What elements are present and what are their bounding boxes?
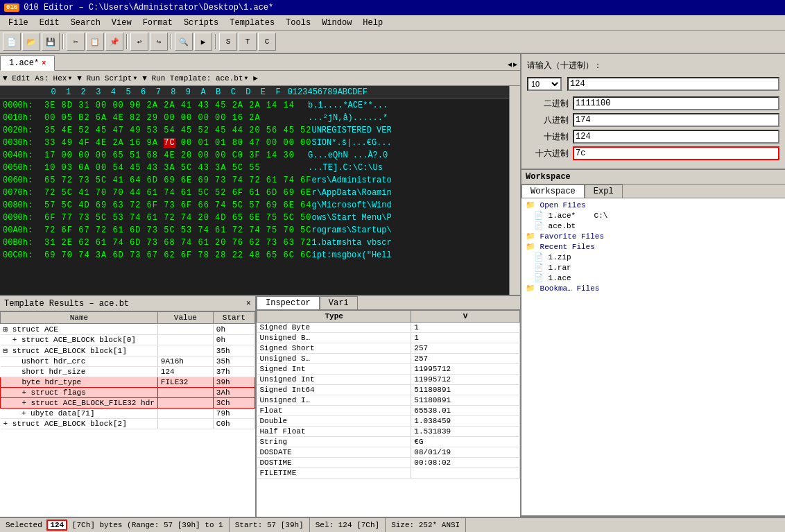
play-icon: ▶ <box>253 74 258 83</box>
hex-row: 0020h: 35 4E 52 45 47 49 53 54 45 52 45 … <box>0 124 509 137</box>
table-row[interactable]: + struct ACE_BLOCK block[0] 0h 35h Fg: B… <box>1 335 256 345</box>
menu-help[interactable]: Help <box>357 17 388 29</box>
table-row[interactable]: ⊞ struct ACE 0h 0h Fg: Bg: <box>1 324 256 335</box>
hex-scrollbar[interactable] <box>509 86 520 295</box>
hex-row: 0040h: 17 00 00 00 65 51 68 4E 20 00 00 … <box>0 149 509 162</box>
inspector-content[interactable]: Type V Signed Byte1 Unsigned B…1 Signed … <box>257 310 520 517</box>
tab-next-icon[interactable]: ▶ <box>513 60 517 69</box>
menu-scripts[interactable]: Scripts <box>178 17 224 29</box>
file-tab[interactable]: 1.ace* × <box>0 55 55 71</box>
hex-row: 0080h: 57 5C 4D 69 63 72 6F 73 6F 66 74 … <box>0 199 509 212</box>
sel-text: Sel: 124 [7Ch] <box>316 521 379 529</box>
binary-row: 二进制 <box>527 96 779 110</box>
app-icon: 010 <box>4 3 19 12</box>
template-panel: Template Results – ace.bt × Name Value S… <box>0 296 257 517</box>
table-row-highlighted[interactable]: byte hdr_type FILE32 39h 1h Fg: Bg: <box>1 377 256 388</box>
open-button[interactable]: 📂 <box>22 33 40 51</box>
workspace-tab[interactable]: Workspace <box>521 185 585 198</box>
main-layout: 1.ace* × ◀ ▶ ▼ Edit As: Hex ▼ ▼ Run Scri… <box>0 54 785 517</box>
hex-row: 00C0h: 69 70 74 3A 6D 73 67 62 6F 78 28 … <box>0 249 509 261</box>
run-template-button[interactable]: T <box>239 33 257 51</box>
tree-bookmark-files[interactable]: 📁 Bookma… Files <box>523 283 784 293</box>
tree-file-rar[interactable]: 📄 1.rar <box>523 262 784 273</box>
save-button[interactable]: 💾 <box>42 33 60 51</box>
menu-templates[interactable]: Templates <box>224 17 280 29</box>
file-tab-label: 1.ace* <box>9 58 39 68</box>
binary-label: 二进制 <box>527 98 569 110</box>
run-script-dropdown[interactable]: ▼ Run Script ▼ <box>77 74 137 83</box>
edit-as-label: ▼ Edit As: Hex <box>3 74 67 83</box>
table-row[interactable]: ⊟ struct ACE_BLOCK block[1] 35h 8Bh Fg: … <box>1 345 256 357</box>
table-row[interactable]: short hdr_size 124 37h 2h Fg: Bg: <box>1 367 256 377</box>
calc-main-input[interactable] <box>567 77 779 91</box>
status-bar: Selected 124 [7Ch] bytes (Range: 57 [39h… <box>0 517 785 532</box>
status-start: Start: 57 [39h] <box>230 518 310 532</box>
compile-button[interactable]: C <box>258 33 276 51</box>
inspector-table: Type V Signed Byte1 Unsigned B…1 Signed … <box>257 310 520 479</box>
calc-base-dropdown[interactable]: 10 16 2 8 <box>527 77 562 91</box>
run-template-label: ▼ Run Template: ace.bt <box>142 74 243 83</box>
hex-label: 十六进制 <box>527 148 569 160</box>
workspace-content[interactable]: 📁 Open Files 📄 1.ace* C:\ 📄 ace.bt 📁 Fav… <box>521 198 785 515</box>
hex-content[interactable]: 0 1 2 3 4 5 6 7 8 9 A B C D E F 01234567… <box>0 86 509 295</box>
cut-button[interactable]: ✂ <box>67 33 85 51</box>
find-button[interactable]: 🔍 <box>175 33 193 51</box>
inspector-row: Signed Short257 <box>257 343 520 354</box>
octal-row: 八进制 <box>527 113 779 127</box>
menu-file[interactable]: File <box>3 17 34 29</box>
tree-file-ace2[interactable]: 📄 1.ace <box>523 273 784 283</box>
hex-header: 0 1 2 3 4 5 6 7 8 9 A B C D E F 01234567… <box>0 86 509 99</box>
paste-button[interactable]: 📌 <box>105 33 123 51</box>
tree-recent-files[interactable]: 📁 Recent Files <box>523 241 784 252</box>
explorer-tab[interactable]: Expl <box>585 185 623 198</box>
edit-as-dropdown[interactable]: ▼ Edit As: Hex ▼ <box>3 74 71 83</box>
variables-tab[interactable]: Vari <box>320 296 358 309</box>
workspace-tab-bar: Workspace Expl <box>521 185 785 198</box>
inspector-row: FILETIME <box>257 468 520 479</box>
tab-close-icon[interactable]: × <box>42 60 46 67</box>
title-text: 010 Editor – C:\Users\Administrator\Desk… <box>24 3 273 12</box>
hex-input[interactable] <box>573 146 779 160</box>
tree-file-zip[interactable]: 📄 1.zip <box>523 252 784 262</box>
decimal-input[interactable] <box>573 130 779 144</box>
run-script-button[interactable]: S <box>219 33 237 51</box>
tree-file-ace[interactable]: 📄 1.ace* C:\ <box>523 210 784 221</box>
menu-tools[interactable]: Tools <box>280 17 316 29</box>
undo-button[interactable]: ↩ <box>130 33 148 51</box>
goto-button[interactable]: ▶ <box>194 33 212 51</box>
tree-open-files[interactable]: 📁 Open Files <box>523 200 784 210</box>
menu-search[interactable]: Search <box>65 17 106 29</box>
run-template-dropdown[interactable]: ▼ Run Template: ace.bt ▼ <box>142 74 248 83</box>
bottom-area: Template Results – ace.bt × Name Value S… <box>0 295 520 517</box>
table-row-highlighted[interactable]: + struct flags 3Ah 2h Fg: Bg: <box>1 388 256 398</box>
menu-edit[interactable]: Edit <box>34 17 65 29</box>
copy-button[interactable]: 📋 <box>86 33 104 51</box>
tree-favorite-files[interactable]: 📁 Favorite Files <box>523 231 784 241</box>
inspector-row: Half Float1.531839 <box>257 427 520 437</box>
template-table-wrapper[interactable]: Name Value Start Size Color Com ⊞ struct… <box>0 311 255 517</box>
calc-title: 请输入（十进制）： <box>527 60 779 71</box>
new-button[interactable]: 📄 <box>3 33 21 51</box>
menu-view[interactable]: View <box>106 17 137 29</box>
menu-format[interactable]: Format <box>137 17 178 29</box>
template-close-icon[interactable]: × <box>246 299 251 309</box>
play-button[interactable]: ▶ <box>253 74 258 83</box>
table-row[interactable]: ushort hdr_crc 9A16h 35h 2h Fg: Bg: <box>1 357 256 367</box>
binary-input[interactable] <box>573 96 779 110</box>
redo-button[interactable]: ↪ <box>150 33 168 51</box>
table-row[interactable]: + ubyte data[71] 79h 47h Fg: Bg: <box>1 409 256 419</box>
table-row-highlighted[interactable]: + struct ACE_BLOCK_FILE32 hdr 3Ch 3Dh Fg… <box>1 398 256 409</box>
table-row[interactable]: + struct ACE_BLOCK block[2] C0h 0h Fg: B… <box>1 419 256 429</box>
octal-input[interactable] <box>573 113 779 127</box>
selected-bytes-label: bytes (Range: 57 [39h] to 1 <box>99 521 223 529</box>
tree-file-acebt[interactable]: 📄 ace.bt <box>523 221 784 231</box>
inspector-tab[interactable]: Inspector <box>257 296 320 309</box>
menu-window[interactable]: Window <box>316 17 357 29</box>
edit-as-arrow: ▼ <box>68 75 71 81</box>
hex-header-addr <box>3 87 41 97</box>
inspector-row: Double1.038459 <box>257 416 520 427</box>
hex-row: 0000h: 3E 8D 31 00 00 90 2A 2A 41 43 45 … <box>0 99 509 112</box>
hex-row: 00A0h: 72 6F 67 72 61 6D 73 5C 53 74 61 … <box>0 224 509 237</box>
inspector-row: Signed Int6451180891 <box>257 385 520 395</box>
tab-prev-icon[interactable]: ◀ <box>508 60 512 69</box>
